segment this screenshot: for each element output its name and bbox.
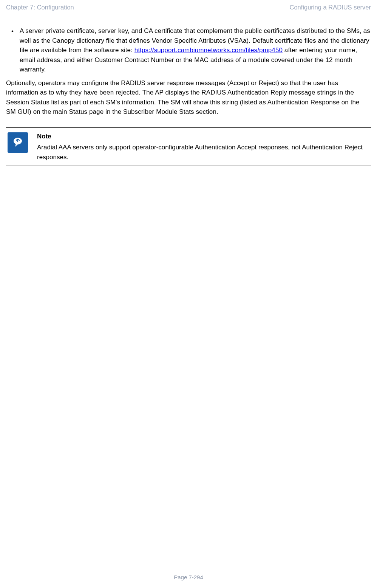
- note-body: Aradial AAA servers only support operato…: [37, 143, 371, 162]
- note-content: Note Aradial AAA servers only support op…: [37, 132, 371, 162]
- page-content: • A server private certificate, server k…: [0, 11, 377, 166]
- page-footer: Page 7-294: [0, 574, 377, 580]
- bullet-list-item: • A server private certificate, server k…: [6, 26, 371, 74]
- bullet-marker: •: [11, 26, 20, 74]
- bullet-text: A server private certificate, server key…: [20, 26, 371, 74]
- header-chapter: Chapter 7: Configuration: [6, 4, 74, 11]
- body-paragraph: Optionally, operators may configure the …: [6, 78, 371, 117]
- page-header: Chapter 7: Configuration Configuring a R…: [0, 0, 377, 11]
- header-section: Configuring a RADIUS server: [290, 4, 371, 11]
- note-icon: [8, 132, 28, 153]
- note-box: Note Aradial AAA servers only support op…: [6, 127, 371, 166]
- support-link[interactable]: https://support.cambiumnetworks.com/file…: [134, 47, 283, 54]
- note-title: Note: [37, 132, 371, 141]
